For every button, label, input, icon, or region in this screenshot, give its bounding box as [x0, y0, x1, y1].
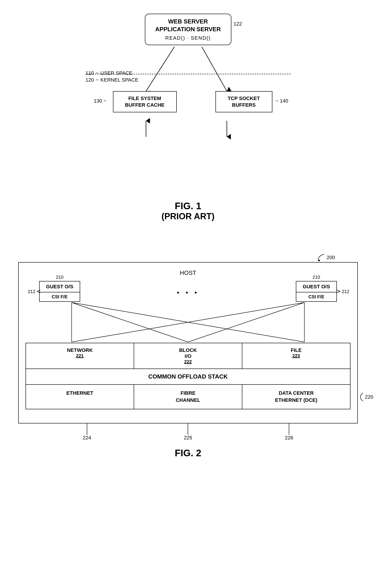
- dce-cell: DATA CENTERETHERNET (DCE): [242, 385, 350, 409]
- crossconnect-area: [25, 302, 351, 343]
- label-226-line: [289, 423, 289, 435]
- bracket-left-icon: [36, 290, 41, 293]
- three-col-row: NETWORK 221 BLOCK I/O 222 FILE 223: [25, 343, 351, 369]
- fig1-area: WEB SERVER APPLICATION SERVER READ() · S…: [18, 9, 358, 248]
- block-io-cell: BLOCK I/O 222: [134, 343, 242, 369]
- bracket-220-icon: [357, 393, 364, 402]
- fig1-diagram: WEB SERVER APPLICATION SERVER READ() · S…: [86, 9, 291, 196]
- dots-center: • • •: [177, 287, 199, 297]
- label-212-left: 212: [28, 289, 41, 294]
- label-226: 226: [285, 435, 293, 441]
- bottom-three-row: ETHERNET FIBRECHANNEL DATA CENTERETHERNE…: [25, 385, 351, 409]
- host-label: HOST: [25, 269, 351, 277]
- user-space-label: 110 ~ USER SPACE: [86, 70, 133, 76]
- fig1-caption: FIG. 1 (PRIOR ART): [18, 201, 358, 221]
- label-200: 200: [316, 253, 335, 262]
- label-225: 225: [184, 435, 192, 441]
- tcp-box: TCP SOCKET BUFFERS: [215, 91, 272, 112]
- guest-os-left: GUEST O/S: [39, 281, 80, 292]
- label-212-right: 212: [336, 289, 349, 294]
- label-224: 224: [83, 435, 91, 441]
- prior-art-label: (PRIOR ART): [18, 212, 358, 221]
- svg-line-3: [146, 47, 175, 91]
- crossconnect-svg: [25, 302, 351, 343]
- label-210-left: 210: [56, 275, 63, 280]
- label-226-group: 226: [285, 423, 293, 441]
- csi-fe-right: CSI F/E: [296, 292, 337, 302]
- label-140: ~ 140: [276, 98, 288, 104]
- label-224-line: [87, 423, 87, 435]
- guest-left-block: 212 210 GUEST O/S CSI F/E: [39, 281, 80, 302]
- bottom-section: ETHERNET FIBRECHANNEL DATA CENTERETHERNE…: [25, 385, 351, 409]
- fig2-caption: FIG. 2: [18, 448, 358, 459]
- arrow-200-icon: [316, 253, 325, 262]
- fig2-number: FIG. 2: [175, 448, 201, 458]
- label-122: 122: [234, 21, 242, 27]
- fsbuffer-box: FILE SYSTEM BUFFER CACHE: [113, 91, 177, 112]
- file-cell: FILE 223: [242, 343, 350, 369]
- ethernet-cell: ETHERNET: [26, 385, 134, 409]
- csi-fe-left: CSI F/E: [39, 292, 80, 302]
- fibre-channel-cell: FIBRECHANNEL: [134, 385, 242, 409]
- kernel-space-label: 120 ~ KERNEL SPACE: [86, 77, 138, 83]
- web-server-box: WEB SERVER APPLICATION SERVER READ() · S…: [145, 14, 231, 45]
- webserver-subtitle: READ() · SEND(): [150, 35, 226, 41]
- fig2-wrapper: 200 HOST 212 210 GUEST O: [18, 262, 358, 459]
- bottom-labels: 224 225 226: [18, 423, 358, 441]
- network-cell: NETWORK 221: [26, 343, 134, 369]
- label-220: 220: [357, 393, 373, 402]
- label-224-group: 224: [83, 423, 91, 441]
- label-210-right: 210: [313, 275, 320, 280]
- svg-line-12: [188, 302, 304, 342]
- page: WEB SERVER APPLICATION SERVER READ() · S…: [0, 0, 376, 588]
- fig2-outer: HOST 212 210 GUEST O/S CSI F/E: [18, 262, 358, 423]
- svg-line-4: [202, 47, 227, 91]
- label-225-line: [188, 423, 188, 435]
- bracket-right-icon: [336, 290, 341, 293]
- guest-row: 212 210 GUEST O/S CSI F/E • • • 210: [25, 281, 351, 302]
- label-130: 130 ~: [94, 98, 107, 104]
- fig1-number: FIG. 1: [18, 201, 358, 212]
- guest-os-right: GUEST O/S: [296, 281, 337, 292]
- webserver-title: WEB SERVER APPLICATION SERVER: [150, 18, 226, 33]
- offload-row: COMMON OFFLOAD STACK: [25, 369, 351, 385]
- guest-right-block: 210 GUEST O/S CSI F/E 212: [296, 281, 337, 302]
- label-225-group: 225: [184, 423, 192, 441]
- svg-line-9: [72, 302, 188, 342]
